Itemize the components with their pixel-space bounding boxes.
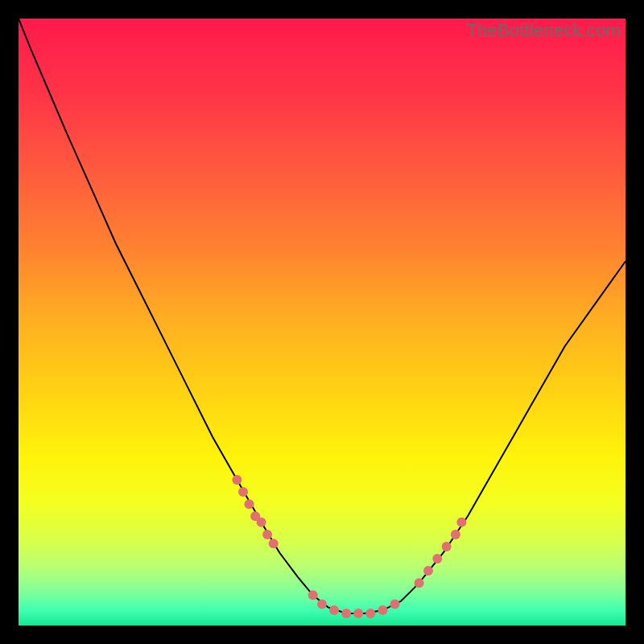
highlight-dot xyxy=(442,542,452,551)
highlight-dot xyxy=(245,499,254,509)
highlight-dot xyxy=(390,600,400,609)
highlight-dot xyxy=(456,518,466,527)
highlight-dot xyxy=(415,578,424,588)
highlight-cluster-right xyxy=(415,518,467,588)
highlight-cluster-bottom xyxy=(308,590,400,618)
highlight-dot xyxy=(451,530,460,539)
highlight-dot xyxy=(308,590,318,600)
curve-layer xyxy=(19,19,625,625)
highlight-dot xyxy=(432,554,442,564)
highlight-dot xyxy=(341,609,351,618)
watermark-text: TheBottleneck.com xyxy=(466,20,621,41)
highlight-dot xyxy=(353,609,363,618)
highlight-dot xyxy=(378,605,387,615)
bottleneck-curve xyxy=(19,19,625,613)
highlight-dot xyxy=(317,600,327,609)
highlight-dot xyxy=(269,539,279,548)
highlight-dot xyxy=(257,518,266,527)
highlight-dot xyxy=(232,475,242,485)
highlight-dot xyxy=(423,566,433,576)
chart-frame: TheBottleneck.com xyxy=(19,19,625,625)
highlight-cluster-left xyxy=(232,475,278,548)
plot-area xyxy=(19,19,625,625)
highlight-dot xyxy=(329,605,339,615)
highlight-dot xyxy=(238,487,248,497)
highlight-dot xyxy=(262,530,272,539)
highlight-dot xyxy=(365,609,375,618)
